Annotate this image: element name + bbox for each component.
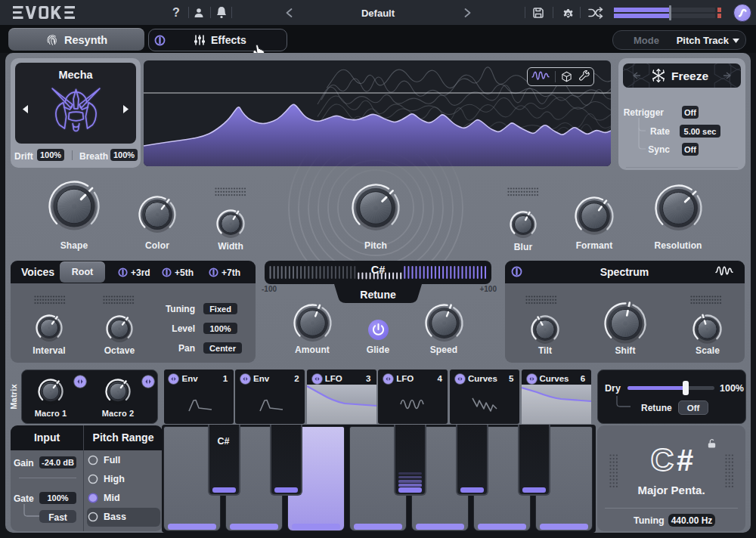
svg-text:C: C	[651, 442, 674, 478]
svg-text:#: #	[677, 444, 693, 477]
